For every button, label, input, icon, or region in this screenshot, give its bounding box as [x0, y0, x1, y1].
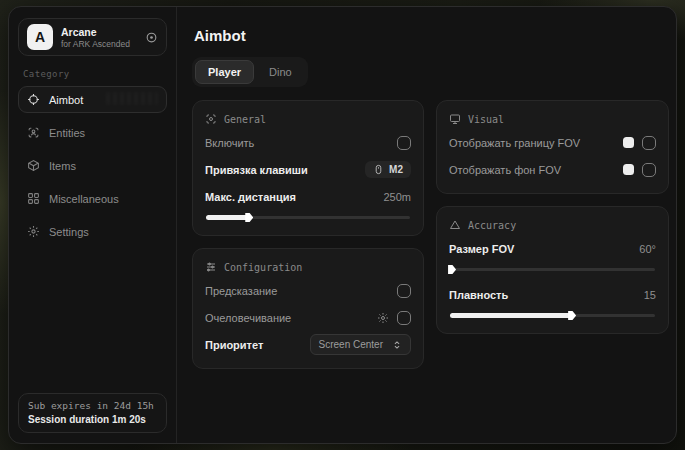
slider-thumb[interactable] [448, 265, 456, 274]
box-icon [27, 159, 40, 172]
slider-thumb[interactable] [568, 311, 576, 320]
priority-dropdown[interactable]: Screen Center [310, 334, 411, 355]
keybind-label: Привязка клавиши [205, 164, 308, 176]
smoothness-label: Плавность [449, 289, 508, 301]
sub-expires-text: Sub expires in 24d 15h [28, 400, 157, 411]
accuracy-card-title: Accuracy [468, 220, 516, 231]
visual-card: Visual Отображать границу FOV Отображать… [436, 100, 669, 194]
general-card-title: General [224, 114, 266, 125]
accuracy-card-header: Accuracy [449, 219, 656, 231]
general-card-header: General [205, 113, 411, 125]
humanization-row: Очеловечивание [205, 306, 411, 329]
sidebar-item-label: Miscellaneous [49, 193, 119, 205]
layout-grid-icon [27, 192, 40, 205]
fov-background-label: Отображать фон FOV [449, 164, 561, 176]
fov-size-label: Размер FOV [449, 243, 514, 255]
fov-background-row: Отображать фон FOV [449, 158, 656, 181]
brand-subtitle: for ARK Ascended [61, 39, 130, 49]
fov-size-slider[interactable] [449, 263, 656, 275]
unfold-icon [392, 340, 402, 350]
fov-background-checkbox[interactable] [642, 163, 656, 177]
left-column: General Включить Привязка клавиши M2 [192, 100, 424, 369]
fov-border-color-swatch[interactable] [623, 137, 634, 148]
configuration-card: Configuration Предсказание Очеловечивани… [192, 248, 424, 369]
priority-value: Screen Center [319, 339, 383, 350]
tab-player[interactable]: Player [195, 60, 254, 84]
sidebar-spacer [18, 245, 167, 393]
subscription-status-card: Sub expires in 24d 15h Session duration … [18, 393, 167, 433]
enable-label: Включить [205, 137, 254, 149]
slider-track [450, 268, 655, 271]
priority-row: Приоритет Screen Center [205, 333, 411, 356]
max-distance-row: Макс. дистанция 250m [205, 185, 411, 208]
fov-background-color-swatch[interactable] [623, 164, 634, 175]
sidebar-item-aimbot[interactable]: Aimbot [18, 86, 167, 113]
brand-text: Arcane for ARK Ascended [61, 26, 130, 49]
accuracy-card: Accuracy Размер FOV 60° Плавность 15 [436, 206, 669, 334]
sidebar-item-label: Items [49, 160, 76, 172]
gear-icon[interactable] [377, 312, 389, 324]
humanization-checkbox[interactable] [397, 311, 411, 325]
sidebar-item-miscellaneous[interactable]: Miscellaneous [18, 185, 167, 212]
prediction-row: Предсказание [205, 279, 411, 302]
sidebar-item-label: Entities [49, 127, 85, 139]
keybind-button[interactable]: M2 [365, 161, 411, 178]
humanization-controls [377, 311, 411, 325]
slider-fill [206, 215, 249, 220]
fov-background-controls [623, 163, 656, 177]
prediction-checkbox[interactable] [397, 284, 411, 298]
app-window: A Arcane for ARK Ascended Category Aimbo… [8, 6, 677, 444]
triangle-icon [449, 219, 461, 231]
sidebar: A Arcane for ARK Ascended Category Aimbo… [9, 7, 177, 443]
aimbot-watermark [106, 92, 158, 105]
target-icon[interactable] [145, 31, 158, 44]
fov-size-row: Размер FOV 60° [449, 237, 656, 260]
fov-border-controls [623, 136, 656, 150]
monitor-icon [449, 113, 461, 125]
brand-logo: A [27, 24, 53, 50]
configuration-card-title: Configuration [224, 262, 302, 273]
sidebar-item-label: Settings [49, 226, 89, 238]
slider-thumb[interactable] [245, 213, 253, 222]
configuration-card-header: Configuration [205, 261, 411, 273]
fov-size-value: 60° [639, 243, 656, 255]
cards-grid: General Включить Привязка клавиши M2 [192, 100, 669, 369]
category-label: Category [23, 69, 162, 79]
crosshair-icon [27, 93, 40, 106]
visual-card-header: Visual [449, 113, 656, 125]
sidebar-item-entities[interactable]: Entities [18, 119, 167, 146]
max-distance-label: Макс. дистанция [205, 191, 296, 203]
priority-label: Приоритет [205, 339, 263, 351]
tab-bar: Player Dino [192, 57, 308, 87]
session-duration-text: Session duration 1m 20s [28, 414, 157, 425]
brand-title: Arcane [61, 26, 130, 38]
gear-icon [27, 225, 40, 238]
user-focus-icon [205, 113, 217, 125]
fov-border-label: Отображать границу FOV [449, 137, 580, 149]
page-title: Aimbot [194, 27, 669, 44]
prediction-label: Предсказание [205, 285, 277, 297]
max-distance-slider[interactable] [205, 211, 411, 223]
smoothness-value: 15 [644, 289, 656, 301]
keybind-row: Привязка клавиши M2 [205, 158, 411, 181]
mouse-icon [373, 164, 384, 175]
brand-card: A Arcane for ARK Ascended [18, 18, 167, 56]
general-card: General Включить Привязка клавиши M2 [192, 100, 424, 236]
sidebar-item-settings[interactable]: Settings [18, 218, 167, 245]
main-panel: Aimbot Player Dino General Включить [177, 7, 677, 443]
keybind-value: M2 [389, 164, 403, 175]
humanization-label: Очеловечивание [205, 312, 291, 324]
visual-card-title: Visual [468, 114, 504, 125]
sidebar-item-items[interactable]: Items [18, 152, 167, 179]
tab-dino[interactable]: Dino [256, 60, 305, 84]
scan-person-icon [27, 126, 40, 139]
fov-border-checkbox[interactable] [642, 136, 656, 150]
sidebar-nav: Aimbot Entities Items Miscellaneous [18, 86, 167, 245]
slider-fill [450, 313, 572, 318]
right-column: Visual Отображать границу FOV Отображать… [436, 100, 669, 334]
sliders-icon [205, 261, 217, 273]
enable-checkbox[interactable] [397, 136, 411, 150]
sidebar-item-label: Aimbot [49, 94, 83, 106]
smoothness-row: Плавность 15 [449, 283, 656, 306]
smoothness-slider[interactable] [449, 309, 656, 321]
